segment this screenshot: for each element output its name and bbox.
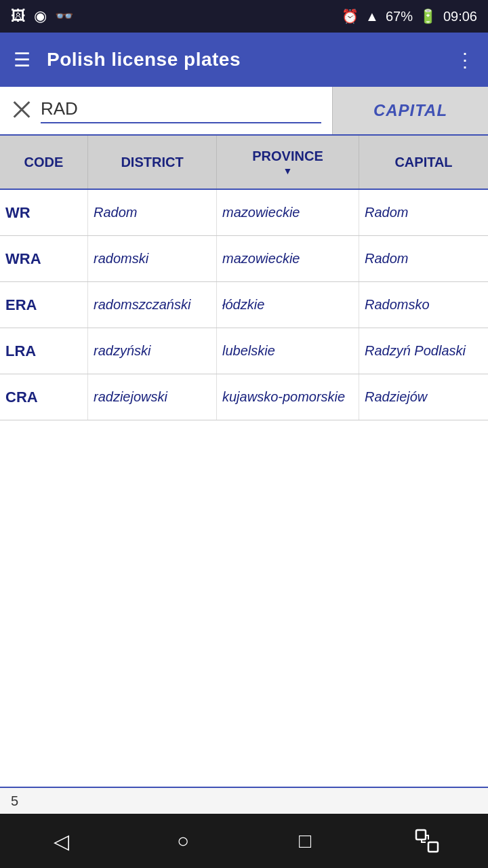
cell-code: LRA — [0, 328, 88, 374]
cell-province: lubelskie — [217, 328, 359, 374]
cell-province: kujawsko-pomorskie — [217, 374, 359, 420]
table-row[interactable]: WRRadommazowieckieRadom — [0, 190, 488, 236]
location-icon: ◉ — [34, 7, 47, 25]
search-row: CAPITAL — [0, 87, 488, 136]
status-bar: 🖼 ◉ 👓 ⏰ ▲ 67% 🔋 09:06 — [0, 0, 488, 33]
search-left — [0, 87, 332, 134]
table-row[interactable]: LRAradzyńskilubelskieRadzyń Podlaski — [0, 328, 488, 374]
svg-rect-1 — [428, 842, 438, 852]
time: 09:06 — [443, 9, 477, 24]
svg-rect-0 — [416, 830, 426, 840]
app-bar: Polish license plates ⋮ — [0, 33, 488, 87]
table-body: WRRadommazowieckieRadomWRAradomskimazowi… — [0, 190, 488, 787]
cell-district: radomszczański — [88, 282, 217, 328]
cell-district: Radom — [88, 190, 217, 235]
status-left-icons: 🖼 ◉ 👓 — [11, 7, 73, 25]
app-title: Polish license plates — [47, 49, 455, 71]
cell-district: radzyński — [88, 328, 217, 374]
table-header: CODE DISTRICT PROVINCE ▼ CAPITAL — [0, 136, 488, 190]
cell-code: WRA — [0, 236, 88, 281]
capital-filter-button[interactable]: CAPITAL — [332, 87, 488, 134]
cell-capital: Radom — [359, 236, 488, 281]
cell-capital: Radzyń Podlaski — [359, 328, 488, 374]
cell-district: radziejowski — [88, 374, 217, 420]
footer-count: 5 — [0, 787, 488, 814]
cell-province: łódzkie — [217, 282, 359, 328]
glasses-icon: 👓 — [55, 7, 73, 25]
header-code[interactable]: CODE — [0, 136, 88, 189]
table-row[interactable]: ERAradomszczańskiłódzkieRadomsko — [0, 282, 488, 328]
nav-home-button[interactable]: ○ — [163, 821, 203, 861]
table-row[interactable]: CRAradziejowskikujawsko-pomorskieRadziej… — [0, 374, 488, 420]
nav-recents-button[interactable]: □ — [285, 821, 325, 861]
cell-capital: Radom — [359, 190, 488, 235]
cell-district: radomski — [88, 236, 217, 281]
header-capital[interactable]: CAPITAL — [359, 136, 488, 189]
cell-province: mazowieckie — [217, 190, 359, 235]
battery-icon: 🔋 — [420, 8, 436, 24]
signal-icon: ▲ — [365, 9, 379, 24]
cell-province: mazowieckie — [217, 236, 359, 281]
cell-code: CRA — [0, 374, 88, 420]
cell-capital: Radomsko — [359, 282, 488, 328]
alarm-icon: ⏰ — [342, 8, 359, 24]
cell-code: WR — [0, 190, 88, 235]
status-right-icons: ⏰ ▲ 67% 🔋 09:06 — [342, 8, 477, 24]
nav-back-button[interactable]: ◁ — [41, 821, 81, 861]
menu-button[interactable] — [14, 49, 30, 71]
search-input[interactable] — [41, 98, 321, 123]
nav-forward-button[interactable] — [407, 821, 447, 861]
header-district[interactable]: DISTRICT — [88, 136, 217, 189]
sort-arrow-icon: ▼ — [283, 165, 293, 176]
header-province[interactable]: PROVINCE ▼ — [217, 136, 359, 189]
battery-text: 67% — [386, 9, 413, 24]
nav-bar: ◁ ○ □ — [0, 814, 488, 868]
more-button[interactable]: ⋮ — [455, 49, 474, 71]
photo-icon: 🖼 — [11, 7, 26, 25]
clear-icon — [11, 98, 33, 119]
cell-code: ERA — [0, 282, 88, 328]
table-row[interactable]: WRAradomskimazowieckieRadom — [0, 236, 488, 282]
cell-capital: Radziejów — [359, 374, 488, 420]
clear-button[interactable] — [11, 98, 33, 123]
